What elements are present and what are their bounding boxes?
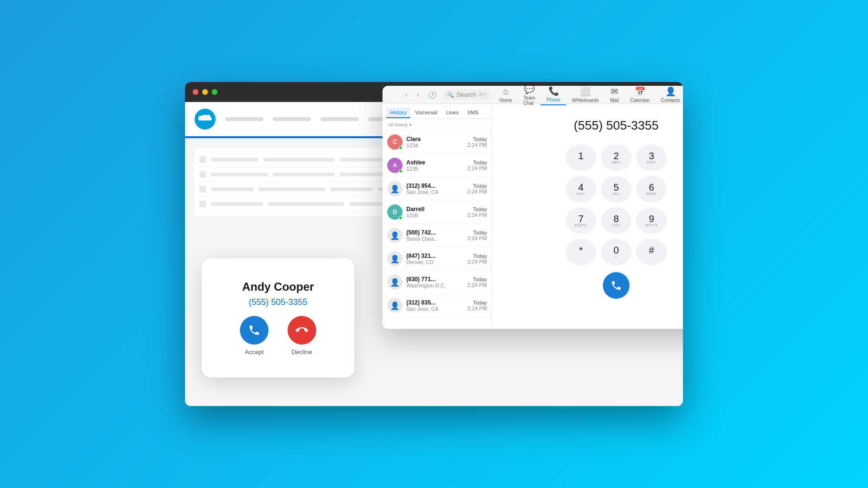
dial-key-8[interactable]: 8 TUV <box>601 207 631 234</box>
nav-phone[interactable]: 📞 Phone <box>541 86 566 105</box>
dial-key-hash[interactable]: # <box>636 239 667 265</box>
dial-key-5[interactable]: 5 JKL <box>601 176 631 203</box>
accept-call-btn[interactable]: Accept <box>240 316 269 356</box>
mail-icon: ✉ <box>611 86 618 97</box>
contact-name: (312) 954... <box>406 183 464 189</box>
contact-name: Clara <box>406 136 464 142</box>
whiteboards-icon: ⬜ <box>580 86 590 97</box>
call-date: Today <box>467 136 487 142</box>
dial-letters: TUV <box>612 224 621 227</box>
dial-key-2[interactable]: 2 ABC <box>601 144 631 171</box>
dial-key-star[interactable]: * <box>566 239 596 265</box>
dial-num: * <box>579 245 583 255</box>
team-chat-icon: 💬 <box>524 86 535 94</box>
dial-key-3[interactable]: 3 DEF <box>636 144 667 171</box>
contact-number: 1235 <box>406 166 464 172</box>
contact-number: 1236 <box>406 213 464 218</box>
search-bar[interactable]: 🔍 Search ⌘F <box>443 90 491 100</box>
nav-home[interactable]: ⌂ Home <box>494 86 518 105</box>
call-item-unknown-2[interactable]: 👤 (500) 742... Santa Clara... Today 2:24… <box>382 224 492 247</box>
dial-key-9[interactable]: 9 WXYZ <box>636 207 667 234</box>
call-info: (847) 321... Denver, CO <box>406 253 464 265</box>
unknown-avatar: 👤 <box>387 228 403 243</box>
contact-name: (847) 321... <box>406 253 464 259</box>
nav-whiteboards[interactable]: ⬜ Whiteboards <box>566 86 604 105</box>
mail-label: Mail <box>610 98 619 103</box>
dial-num: 3 <box>649 151 654 161</box>
call-date: Today <box>467 253 487 259</box>
history-icon[interactable]: 🕐 <box>428 91 436 99</box>
call-time-val: 2:24 PM <box>467 165 487 171</box>
nav-pill-3 <box>320 117 359 121</box>
tab-lines[interactable]: Lines <box>442 108 462 118</box>
contact-name: Ashlee <box>406 159 464 166</box>
tab-sms[interactable]: SMS <box>464 108 483 118</box>
dial-key-1[interactable]: 1 <box>566 144 596 171</box>
nav-contacts[interactable]: 👤 Contacts <box>655 86 683 105</box>
dial-call-button[interactable] <box>603 272 630 299</box>
call-item-unknown-1[interactable]: 👤 (312) 954... San Jose, CA Today 2:24 P… <box>382 177 492 201</box>
call-info: Ashlee 1235 <box>406 159 464 172</box>
minimize-button[interactable] <box>202 89 208 95</box>
dial-key-6[interactable]: 6 MNO <box>636 176 667 203</box>
table-cell <box>273 173 335 176</box>
dial-key-7[interactable]: 7 PQRS <box>566 207 596 234</box>
history-filter[interactable]: All History ▾ <box>382 119 492 131</box>
call-item-clara[interactable]: C Clara 1234 Today 2:24 PM <box>382 131 492 154</box>
table-cell <box>268 202 344 206</box>
decline-button[interactable] <box>288 316 316 345</box>
call-item-darrell[interactable]: D Darrell 1236 Today 2:24 PM <box>382 201 492 224</box>
tab-history[interactable]: History <box>386 108 410 118</box>
nav-mail[interactable]: ✉ Mail <box>604 86 624 105</box>
dialpad-number: (555) 505-3355 <box>574 118 659 133</box>
call-list: C Clara 1234 Today 2:24 PM <box>382 131 492 329</box>
maximize-button[interactable] <box>212 89 217 95</box>
dial-letters: PQRS <box>575 224 588 227</box>
tab-voicemail[interactable]: Voicemail <box>411 108 441 118</box>
dial-num: 2 <box>613 151 619 161</box>
online-dot <box>399 146 403 150</box>
table-cell <box>263 158 335 162</box>
table-checkbox <box>199 186 206 193</box>
dialpad-panel: (555) 505-3355 1 2 ABC 3 <box>492 104 683 329</box>
call-date: Today <box>467 230 487 235</box>
call-item-ashlee[interactable]: A Ashlee 1235 Today 2:24 PM <box>382 154 492 177</box>
decline-label: Decline <box>291 348 312 356</box>
table-cell <box>330 187 373 191</box>
call-item-unknown-3[interactable]: 👤 (847) 321... Denver, CO Today 2:24 PM <box>382 247 492 271</box>
nav-calendar[interactable]: 📅 Calendar <box>624 86 655 105</box>
contact-location: Santa Clara... <box>406 236 464 242</box>
decline-call-btn[interactable]: Decline <box>288 316 316 356</box>
phone-body: History Voicemail Lines SMS All History … <box>382 104 683 329</box>
call-info: (500) 742... Santa Clara... <box>406 229 464 242</box>
call-item-unknown-5[interactable]: 👤 (312) 835... San Jose, CA Today 2:24 P… <box>382 294 492 317</box>
dial-key-0[interactable]: 0 + <box>601 239 631 265</box>
dial-num: 5 <box>613 183 619 192</box>
contact-name: (500) 742... <box>406 229 464 236</box>
browser-window: Andy Cooper (555) 505-3355 Accept <box>185 82 683 406</box>
salesforce-logo <box>195 109 216 130</box>
dial-letters: GHI <box>577 192 585 196</box>
call-info: Darrell 1236 <box>406 206 464 218</box>
table-cell <box>211 187 254 191</box>
dial-key-4[interactable]: 4 GHI <box>566 176 596 203</box>
dial-letters <box>580 255 581 259</box>
contact-name: (630) 771... <box>406 276 464 283</box>
close-button[interactable] <box>193 89 198 95</box>
dial-letters: WXYZ <box>645 224 658 227</box>
call-time: Today 2:24 PM <box>467 230 487 241</box>
call-time-val: 2:24 PM <box>467 142 487 148</box>
call-time-val: 2:24 PM <box>467 212 487 218</box>
caller-number: (555) 505-3355 <box>248 297 307 307</box>
forward-arrow[interactable]: › <box>413 90 423 100</box>
call-item-unknown-4[interactable]: 👤 (630) 771... Washington D.C. Today 2:2… <box>382 271 492 294</box>
call-info: (312) 954... San Jose, CA <box>406 183 464 195</box>
back-arrow[interactable]: ‹ <box>402 90 411 100</box>
accept-button[interactable] <box>240 316 269 345</box>
dial-num: 4 <box>578 183 583 192</box>
call-info: Clara 1234 <box>406 136 464 148</box>
nav-pill-1 <box>225 117 263 121</box>
table-checkbox <box>199 156 206 163</box>
dial-num: # <box>649 245 654 255</box>
unknown-avatar: 👤 <box>387 274 403 290</box>
